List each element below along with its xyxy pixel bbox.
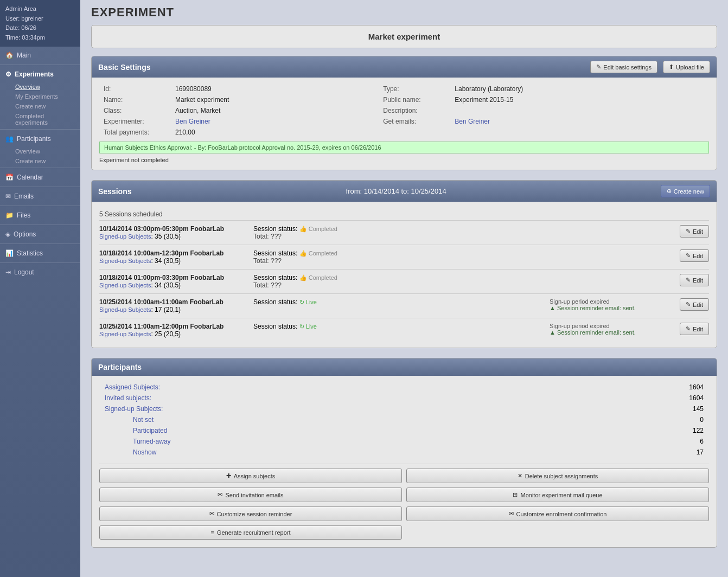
sidebar-subitem-create-new-participant[interactable]: Create new — [0, 156, 80, 166]
session-col-2: Session status: 👍 Completed Total: ??? — [253, 274, 547, 289]
participants-title: Participants — [98, 363, 142, 371]
participants-header: Participants — [92, 358, 717, 376]
assigned-subjects-link[interactable]: Assigned Subjects: — [105, 383, 160, 391]
signed-up-subjects-link[interactable]: Signed-up Subjects — [99, 282, 151, 288]
participated-link[interactable]: Participated — [133, 427, 167, 434]
edit-icon: ✎ — [686, 228, 691, 235]
table-row: Noshow 17 — [100, 447, 708, 457]
sidebar-item-statistics[interactable]: 📊 Statistics — [0, 246, 80, 261]
sidebar-item-participants[interactable]: 👥 Participants — [0, 131, 80, 146]
envelope2-icon: ✉ — [209, 510, 214, 517]
signed-up-subjects-link[interactable]: Signed-up Subjects — [99, 306, 151, 313]
not-set-value: 0 — [665, 415, 708, 425]
class-value: Auction, Market — [172, 106, 379, 116]
generate-recruitment-report-button[interactable]: ≡ Generate recruitment report — [99, 525, 402, 540]
sidebar-item-label: Main — [17, 52, 31, 59]
session-total: Total: ??? — [253, 257, 547, 265]
sidebar-item-label: Logout — [14, 268, 34, 276]
total-payments-value: 210,00 — [172, 127, 379, 137]
session-date: 10/18/2014 01:00pm-03:30pm FoobarLab — [99, 274, 251, 281]
type-value: Laboratory (Laboratory) — [451, 84, 708, 94]
user-label: User: bgreiner — [5, 14, 75, 24]
session-col-1: 10/14/2014 03:00pm-05:30pm FoobarLab Sig… — [99, 225, 251, 240]
turned-away-link[interactable]: Turned-away — [133, 438, 171, 445]
sidebar-item-emails[interactable]: ✉ Emails — [0, 189, 80, 204]
get-emails-link[interactable]: Ben Greiner — [455, 118, 490, 125]
signedup-subjects-link[interactable]: Signed-up Subjects: — [105, 405, 163, 413]
session-total: Total: ??? — [253, 281, 547, 289]
not-set-link[interactable]: Not set — [133, 416, 154, 424]
bar-icon: 📊 — [5, 249, 14, 257]
session-edit-button[interactable]: ✎ Edit — [680, 225, 709, 238]
session-edit-button[interactable]: ✎ Edit — [680, 298, 709, 311]
thumbs-up-icon: 👍 Completed — [299, 274, 337, 281]
send-invitation-emails-button[interactable]: ✉ Send invitation emails — [99, 488, 402, 502]
sidebar-subitem-create-new-experiments[interactable]: Create new — [0, 101, 80, 111]
session-status: Session status: ↻ Live — [253, 298, 547, 306]
customize-session-reminder-button[interactable]: ✉ Customize session reminder — [99, 507, 402, 521]
monitor-experiment-mail-queue-button[interactable]: ⊞ Monitor experiment mail queue — [406, 488, 709, 502]
ethics-notice: Human Subjects Ethics Approval: - By: Fo… — [99, 142, 709, 153]
session-edit-button[interactable]: ✎ Edit — [680, 249, 709, 262]
sessions-body: 5 Sessions scheduled 10/14/2014 03:00pm-… — [92, 202, 717, 348]
sidebar-item-label: Emails — [14, 193, 34, 200]
sidebar-item-label: Files — [17, 211, 30, 219]
sessions-count: 5 Sessions scheduled — [99, 207, 709, 220]
session-edit-button[interactable]: ✎ Edit — [680, 323, 709, 335]
signed-up-count: : 35 (30,5) — [151, 233, 181, 240]
session-status: Session status: 👍 Completed — [253, 249, 547, 257]
basic-settings-header: Basic Settings ✎ Edit basic settings ⬆ U… — [92, 56, 717, 78]
sidebar-item-options[interactable]: ◈ Options — [0, 227, 80, 242]
sidebar-subitem-completed-experiments[interactable]: Completed experiments — [0, 111, 80, 127]
invited-subjects-link[interactable]: Invited subjects: — [105, 394, 151, 402]
experimenter-link[interactable]: Ben Greiner — [175, 118, 210, 125]
id-value: 1699080089 — [172, 84, 379, 94]
session-col-4: ✎ Edit — [671, 225, 709, 238]
list-icon: ≡ — [210, 529, 214, 536]
table-row: Assigned Subjects: 1604 — [100, 382, 708, 392]
people-icon: 👥 — [5, 135, 14, 143]
sidebar-subitem-participants-overview[interactable]: Overview — [0, 146, 80, 156]
live-icon: ↻ Live — [299, 299, 317, 305]
signed-up-subjects-link[interactable]: Signed-up Subjects — [99, 258, 151, 264]
sidebar-subitem-my-experiments[interactable]: My Experiments — [0, 92, 80, 101]
date-label: Date: 06/26 — [5, 23, 75, 33]
logout-icon: ⇥ — [5, 268, 11, 276]
plus-icon: ✚ — [226, 472, 231, 479]
session-col-1: 10/18/2014 01:00pm-03:30pm FoobarLab Sig… — [99, 274, 251, 289]
session-row: 10/18/2014 10:00am-12:30pm FoobarLab Sig… — [99, 245, 709, 269]
upload-file-button[interactable]: ⬆ Upload file — [663, 61, 710, 73]
session-row: 10/18/2014 01:00pm-03:30pm FoobarLab Sig… — [99, 269, 709, 293]
experimenter-label: Experimenter: — [100, 117, 171, 126]
sidebar-header: Admin Area User: bgreiner Date: 06/26 Ti… — [0, 0, 80, 47]
signed-up-subjects-link[interactable]: Signed-up Subjects — [99, 331, 151, 337]
session-col-3: Sign-up period expired ▲ Session reminde… — [550, 323, 669, 336]
gear-icon: ⚙ — [5, 70, 11, 78]
sidebar-item-calendar[interactable]: 📅 Calendar — [0, 170, 80, 185]
edit-basic-settings-button[interactable]: ✎ Edit basic settings — [590, 61, 657, 73]
sidebar-item-main[interactable]: 🏠 Main — [0, 48, 80, 63]
admin-label: Admin Area — [5, 4, 75, 14]
upload-icon: ⬆ — [669, 63, 674, 70]
sidebar-item-experiments[interactable]: ⚙ Experiments — [0, 67, 80, 82]
action-buttons-grid: ✚ Assign subjects ✕ Delete subject assig… — [99, 464, 709, 542]
noshow-link[interactable]: Noshow — [133, 448, 156, 456]
session-edit-button[interactable]: ✎ Edit — [680, 274, 709, 286]
sign-period: Sign-up period expired — [550, 298, 669, 305]
sidebar-item-files[interactable]: 📁 Files — [0, 208, 80, 223]
signed-up-count: : 25 (20,5) — [151, 330, 181, 338]
participants-panel: Participants Assigned Subjects: 1604 Inv… — [91, 358, 717, 548]
sidebar-item-logout[interactable]: ⇥ Logout — [0, 265, 80, 280]
sidebar-subitem-overview[interactable]: Overview — [0, 82, 80, 92]
table-row: Turned-away 6 — [100, 437, 708, 446]
noshow-value: 17 — [665, 447, 708, 457]
signed-up-subjects-link[interactable]: Signed-up Subjects — [99, 233, 151, 240]
delete-subject-assignments-button[interactable]: ✕ Delete subject assignments — [406, 469, 709, 483]
public-name-value: Experiment 2015-15 — [451, 95, 708, 105]
session-col-4: ✎ Edit — [671, 249, 709, 262]
assign-subjects-button[interactable]: ✚ Assign subjects — [99, 469, 402, 483]
signed-up-count: : 34 (30,5) — [151, 257, 181, 265]
create-session-button[interactable]: ⊕ Create new — [661, 185, 710, 197]
customize-enrolment-confirmation-button[interactable]: ✉ Customize enrolment confirmation — [406, 507, 709, 521]
basic-settings-title: Basic Settings — [98, 63, 150, 72]
